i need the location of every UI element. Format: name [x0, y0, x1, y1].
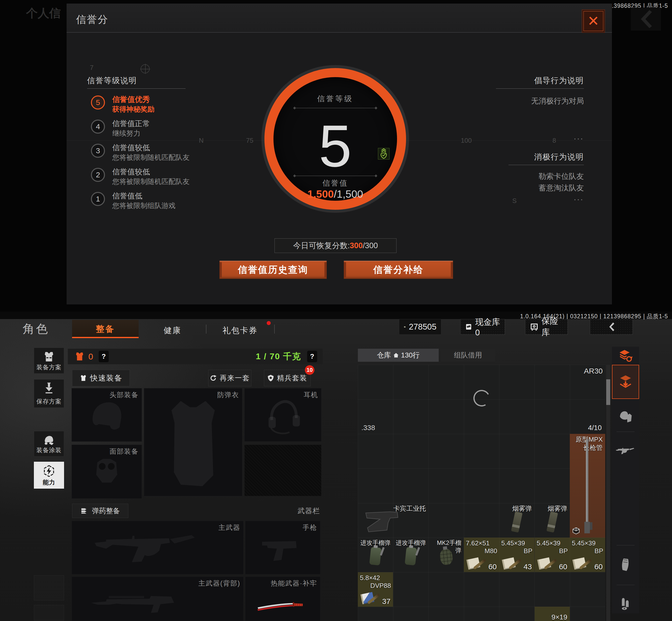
item-ammo-545x39[interactable]: 5.45×39 BP 60	[535, 538, 570, 572]
repeat-set-button[interactable]: 再来一套	[208, 370, 252, 386]
item-ammo-545x39[interactable]: 5.45×39 BP 60	[570, 538, 605, 572]
level-circle: 5	[91, 95, 105, 110]
back-chevron-icon	[608, 322, 615, 332]
item-ammo-545x39[interactable]: 5.45×39 BP 43	[499, 538, 534, 572]
page-title: 角色	[23, 321, 49, 337]
layers-refresh-icon	[618, 349, 633, 363]
cash-vault-button[interactable]: 现金库 0	[460, 319, 505, 335]
slot-body-armor[interactable]: 防弹衣	[144, 388, 242, 496]
scrollbar-thumb[interactable]	[606, 379, 610, 405]
layers-down-icon	[618, 374, 633, 389]
weight-display: 1 / 70 千克	[256, 351, 301, 362]
item-ar30[interactable]: AR30 .338 4/10	[358, 365, 605, 434]
helmet-vest-icon	[619, 409, 633, 423]
credit-badge-icon	[378, 148, 390, 160]
credit-supply-button[interactable]: 信誉分补给	[344, 261, 453, 279]
credit-gauge: 信誉等级 5 信誉值 1,500/1,500	[264, 68, 406, 210]
ammo-graphic	[501, 552, 523, 570]
credit-dialog: 信誉分 ✕ 7 N 75 100 8 S 信誉等级说明 5 信誉值优秀 获得神秘…	[66, 3, 612, 304]
armor-help-button[interactable]: ?	[99, 351, 109, 362]
helmet-paint-icon	[43, 434, 55, 446]
slot-back-weapon[interactable]: 主武器(背部)	[72, 577, 243, 621]
level-circle: 3	[91, 144, 105, 158]
tab-loadout[interactable]: 整备	[72, 320, 139, 338]
slot-headgear[interactable]: 头部装备	[72, 388, 142, 442]
close-button[interactable]: ✕	[582, 9, 605, 33]
level-circle: 1	[91, 192, 105, 206]
tab-warehouse[interactable]: 仓库 130行	[358, 349, 439, 362]
sidebar-item-loadout-plan[interactable]: 装备方案	[34, 348, 64, 374]
inventory-scrollbar[interactable]	[606, 365, 610, 621]
item-carbine-stock[interactable]: 卡宾工业托	[358, 503, 429, 538]
weight-help-button[interactable]: ?	[307, 351, 317, 362]
inventory-grid: AR30 .338 4/10 原型MPX长枪管 卡宾工业托 烟雾弹 烟雾弹	[358, 365, 605, 621]
item-ammo-58x42[interactable]: 5.8×42 DVP88 37	[358, 572, 393, 607]
ability-lightning-icon	[42, 464, 55, 478]
slot-primary-weapon[interactable]: 主武器	[72, 521, 243, 575]
level-title: 信誉值较低	[112, 143, 150, 153]
weapon-bar-label: 武器栏	[276, 506, 320, 516]
loadout-header: 0 ? 1 / 70 千克 ?	[68, 349, 323, 364]
toolbar-filter-weapons-button[interactable]	[612, 439, 639, 462]
item-smoke-grenade[interactable]: 烟雾弹	[535, 503, 570, 538]
toolbar-filter-gear-button[interactable]	[612, 405, 639, 427]
positive-ellipsis: ...	[574, 132, 584, 141]
ammo-type: BP	[559, 547, 568, 555]
toolbar-sort-refresh-button[interactable]	[612, 348, 639, 364]
slot-headset[interactable]: 耳机	[244, 388, 321, 442]
armor-silhouette	[161, 398, 226, 491]
quick-equip-vest-icon	[80, 374, 87, 382]
toolbar-filter-magazines-button[interactable]	[612, 554, 639, 576]
tab-squad-borrow[interactable]: 组队借用	[441, 349, 495, 362]
ammo-loadout-button[interactable]: 弹药整备	[72, 504, 128, 518]
tab-separator	[206, 325, 207, 334]
item-assault-grenade[interactable]: 进攻手榴弹	[358, 538, 393, 572]
toolbar-filter-ammo-button[interactable]	[612, 593, 639, 615]
toolbar-deposit-button[interactable]	[612, 365, 639, 399]
ammo-type: BP	[594, 547, 603, 555]
positive-underline	[496, 88, 584, 89]
level-circle: 4	[91, 120, 105, 134]
armor-vest-icon	[74, 351, 85, 362]
slot-melee-weapon[interactable]: 热能武器·补牢	[245, 577, 320, 621]
slot-face-gear[interactable]: 面部装备	[72, 445, 142, 499]
cash-card-icon	[465, 322, 472, 331]
item-caliber: .338	[361, 424, 375, 432]
ammo-graphic	[360, 587, 382, 605]
sidebar-item-gear-paint[interactable]: 装备涂装	[34, 431, 64, 456]
level-desc: 您将被限制组队游戏	[112, 201, 176, 210]
rifle-icon	[616, 445, 636, 455]
back-button[interactable]	[590, 319, 633, 335]
screen: 1.0.164.164(21) | 03212150 | 12139868295…	[0, 0, 672, 621]
compass-icon	[141, 64, 150, 73]
item-assault-grenade[interactable]: 进攻手榴弹	[393, 538, 429, 572]
toolbar-divider	[617, 545, 635, 545]
grenade-graphic	[405, 547, 417, 566]
elite-set-button[interactable]: 精兵套装	[264, 370, 311, 386]
level-title: 信誉值低	[112, 191, 142, 201]
item-ammo-762x51[interactable]: 7.62×51 M80 60	[464, 538, 499, 572]
tab-health[interactable]: 健康	[164, 325, 181, 336]
item-mpx-long-barrel[interactable]: 原型MPX长枪管	[570, 434, 605, 538]
slot-pistol[interactable]: 手枪	[245, 521, 320, 575]
sidebar-item-save-plan[interactable]: 保存方案	[34, 379, 64, 408]
back-chevron-icon	[631, 7, 661, 31]
rifle-silhouette	[87, 526, 228, 571]
tab-gift-cards[interactable]: 礼包卡券	[223, 325, 258, 336]
credit-history-button[interactable]: 信誉值历史查询	[220, 261, 327, 279]
gauge-bottom-label: 信誉值	[264, 178, 406, 189]
sidebar-item-ability[interactable]: 能力	[34, 462, 64, 489]
safe-box-button[interactable]: 保险库	[525, 319, 568, 335]
level-desc: 您将被限制随机匹配队友	[112, 153, 190, 162]
item-ammo-9x19[interactable]: 9×19	[535, 607, 570, 621]
map-mark-n: N	[199, 137, 204, 144]
back-rifle-silhouette	[87, 588, 228, 621]
shield-star-icon	[267, 374, 274, 382]
download-icon	[43, 382, 55, 395]
negative-ellipsis: ...	[574, 193, 584, 202]
item-mk2-grenade[interactable]: MK2手榴弹	[429, 538, 464, 572]
item-smoke-grenade[interactable]: 烟雾弹	[499, 503, 534, 538]
back-button-background	[631, 7, 661, 31]
notification-dot	[267, 321, 271, 325]
quick-equip-button[interactable]: 快速装备	[72, 370, 130, 386]
